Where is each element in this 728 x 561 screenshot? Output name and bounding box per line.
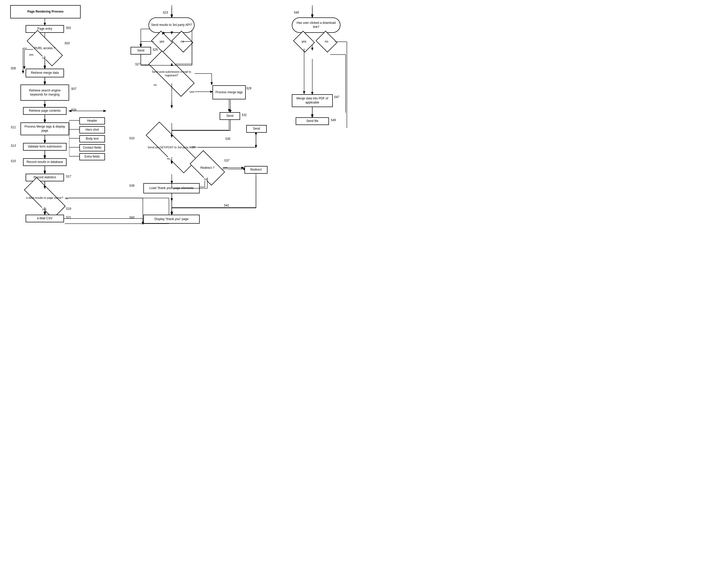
clicked-yes-diamond: yes [296,35,312,49]
load-thank-you-box: Load "thank you" page elements [143,183,200,193]
header-box: Header [79,117,105,124]
ref-549: 549 [331,118,336,122]
retrieve-merge-data-box: Retrieve merge data [26,69,64,77]
display-thank-you-box: Display "thank you" page [143,215,200,223]
ref-503: 503 [65,41,70,45]
ref-547: 547 [334,95,339,99]
ref-541: 541 [224,204,229,207]
extra-fields-box: Extra fields [79,153,105,160]
ref-531: 531 [242,113,247,117]
validate-form-box: Validate form submission [23,143,67,151]
diagram-container: Page Rendering Process Page entry 501 PU… [0,0,364,280]
retrieve-page-contents-box: Retrieve page contents [23,107,67,115]
send-get-post-diamond: Send via GET/POST to 3rd party API? [145,138,198,157]
ref-525: 525 [153,48,158,51]
ref-519: 519 [66,207,71,210]
purl-no-label: no [42,56,46,59]
email-no-label: no [65,197,69,200]
redirect-diamond: Redirect ? [192,158,223,177]
ref-543: 543 [129,216,134,219]
ref-529: 529 [246,87,251,90]
email-yes-label: yes [42,207,47,210]
record-results-box: Record results in database [23,158,67,166]
page-entry-box: Page entry [26,25,64,33]
ref-527: 527 [135,62,140,66]
get-post-no-label: no [166,157,170,160]
merge-data-pdf-box: Merge data into PDF of applicable [292,94,333,107]
redirect-yes-label: yes [223,166,228,169]
ref-535: 535 [225,137,230,141]
process-merge-tags-right-box: Process merge tags [212,85,246,99]
ref-509: 509 [71,108,76,112]
post-email-no-label: no [153,83,157,86]
clicked-no-diamond: no [318,35,335,49]
ref-539: 539 [129,184,134,187]
has-user-clicked-box: Has user clicked a download link? [292,17,340,33]
send-post-email-diamond: Send post-submission e-mail to registran… [148,64,195,83]
email-csv-box: e-Mail CSV [26,215,64,222]
bracket-svg [69,116,81,163]
send-box-525: Send [131,47,151,55]
email-results-diamond: e-Mail results to page owner? [24,189,65,207]
post-email-yes-label: yes [189,90,195,93]
ref-521: 521 [66,216,71,219]
redirect-no-label: no [204,177,208,180]
ref-501: 501 [66,26,71,30]
ref-515: 515 [11,159,16,163]
send-box-531: Send [220,112,240,120]
ref-517: 517 [66,175,71,178]
send-file-box: Send file [296,117,329,125]
ref-507: 507 [71,87,76,91]
process-merge-box: Process Merge tags & display page [20,122,69,135]
purl-yes-label: yes [29,53,34,56]
retrieve-keywords-box: Retrieve search engine keywords for merg… [20,84,69,101]
contact-fields-box: Contact fields [79,144,105,151]
redirect-box: Redirect [244,166,267,174]
record-statistics-box: Record statistics [26,174,64,181]
send-results-api-box: Send results to 3rd party API? [148,17,195,33]
send-results-no-diamond: no [174,35,191,49]
body-text-box: Body text [79,135,105,142]
ref-505: 505 [11,67,16,70]
ref-545: 545 [294,11,299,14]
send-results-yes-diamond: yes [154,35,170,49]
ref-537: 537 [224,159,229,162]
title-box: Page Rendering Process [10,5,81,18]
send-box-535: Send [246,125,267,133]
ref-513: 513 [11,144,16,147]
ref-533: 533 [129,136,134,140]
ref-523: 523 [163,11,168,14]
ref-511: 511 [11,125,16,129]
hero-shot-box: Hero shot [79,126,105,133]
